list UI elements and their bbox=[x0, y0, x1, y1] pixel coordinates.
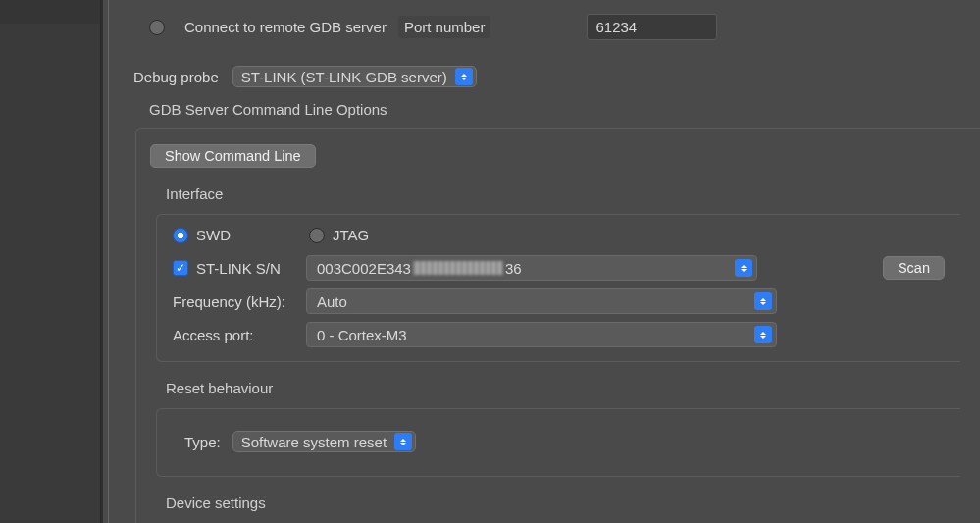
main-panel: Connect to remote GDB server Port number… bbox=[116, 0, 980, 523]
scan-button[interactable]: Scan bbox=[883, 256, 945, 280]
stlink-sn-label: ST-LINK S/N bbox=[196, 260, 281, 277]
chevron-updown-icon bbox=[455, 68, 473, 85]
vertical-divider-inner bbox=[108, 0, 109, 523]
swd-radio[interactable] bbox=[173, 228, 188, 243]
port-number-input[interactable] bbox=[587, 14, 717, 40]
reset-type-select[interactable]: Software system reset bbox=[232, 431, 416, 452]
swd-label: SWD bbox=[196, 227, 231, 243]
frequency-value: Auto bbox=[317, 293, 347, 310]
left-panel-top bbox=[0, 0, 100, 24]
frequency-label: Frequency (kHz): bbox=[173, 293, 300, 310]
device-settings-heading: Device settings bbox=[166, 495, 960, 511]
interface-group: SWD JTAG ✓ ST-LINK S/N 003C002E343 36 bbox=[156, 214, 960, 362]
chevron-updown-icon bbox=[394, 433, 412, 450]
left-panel bbox=[0, 0, 101, 523]
access-port-select[interactable]: 0 - Cortex-M3 bbox=[306, 322, 777, 347]
connect-remote-radio[interactable] bbox=[149, 20, 165, 35]
access-port-label: Access port: bbox=[173, 327, 300, 343]
show-command-line-button[interactable]: Show Command Line bbox=[150, 144, 316, 168]
reset-behaviour-heading: Reset behaviour bbox=[166, 380, 960, 396]
stlink-sn-value: 003C002E343 36 bbox=[317, 260, 522, 277]
access-port-value: 0 - Cortex-M3 bbox=[317, 327, 407, 343]
chevron-updown-icon bbox=[735, 259, 752, 277]
gdb-options-group: Show Command Line Interface SWD JTAG ✓ S… bbox=[135, 128, 980, 523]
sn-obscured-segment bbox=[413, 261, 503, 275]
connect-remote-label: Connect to remote GDB server bbox=[184, 19, 387, 35]
chevron-updown-icon bbox=[754, 326, 772, 343]
stlink-sn-select[interactable]: 003C002E343 36 bbox=[306, 255, 757, 281]
vertical-divider bbox=[101, 0, 103, 523]
jtag-label: JTAG bbox=[333, 227, 369, 243]
interface-heading: Interface bbox=[166, 185, 960, 202]
reset-type-value: Software system reset bbox=[241, 434, 387, 450]
chevron-updown-icon bbox=[754, 292, 772, 310]
frequency-select[interactable]: Auto bbox=[306, 288, 777, 314]
gdb-options-heading: GDB Server Command Line Options bbox=[116, 101, 980, 118]
reset-type-label: Type: bbox=[184, 434, 221, 450]
debug-probe-label: Debug probe bbox=[133, 69, 219, 85]
debug-probe-select[interactable]: ST-LINK (ST-LINK GDB server) bbox=[232, 66, 477, 87]
jtag-radio[interactable] bbox=[309, 228, 325, 243]
reset-behaviour-group: Type: Software system reset bbox=[156, 408, 960, 477]
stlink-sn-checkbox[interactable]: ✓ bbox=[173, 260, 188, 276]
debug-probe-value: ST-LINK (ST-LINK GDB server) bbox=[241, 69, 447, 85]
port-number-label: Port number bbox=[398, 16, 491, 38]
